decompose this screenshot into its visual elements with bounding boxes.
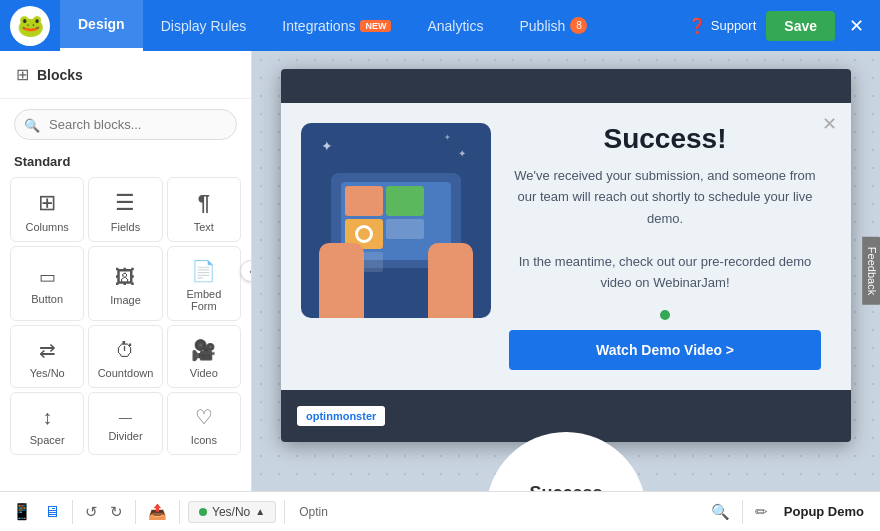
logo-circle: 🐸 bbox=[10, 6, 50, 46]
spacer-label: Spacer bbox=[30, 434, 65, 446]
search-bottom-icon[interactable]: 🔍 bbox=[707, 499, 734, 525]
embed-form-icon: 📄 bbox=[191, 259, 216, 283]
block-columns[interactable]: ⊞ Columns bbox=[10, 177, 84, 242]
blocks-grid: ⊞ Columns ☰ Fields ¶ Text ▭ Button 🖼 Ima… bbox=[0, 177, 251, 465]
bottom-sep-3 bbox=[179, 500, 180, 524]
canvas-area: ✕ bbox=[252, 51, 880, 491]
support-icon: ❓ bbox=[688, 17, 707, 35]
image-icon: 🖼 bbox=[115, 266, 135, 289]
popup-body-text: We've received your submission, and some… bbox=[509, 165, 821, 294]
device-mobile-icon[interactable]: 📱 bbox=[8, 498, 36, 525]
block-countdown[interactable]: ⏱ Countdown bbox=[88, 325, 162, 388]
tab-display-rules[interactable]: Display Rules bbox=[143, 0, 265, 51]
yes-no-label: Yes/No bbox=[30, 367, 65, 379]
bottom-sep-2 bbox=[135, 500, 136, 524]
success-circle-area: Success bbox=[252, 432, 880, 491]
bottom-bar: 📱 🖥 ↺ ↻ 📤 Yes/No ▲ Optin 🔍 ✏ Popup Demo bbox=[0, 491, 880, 531]
publish-badge: 8 bbox=[570, 17, 587, 34]
main-layout: ⊞ Blocks 🔍 Standard ⊞ Columns ☰ Fields ¶… bbox=[0, 51, 880, 491]
button-label: Button bbox=[31, 293, 63, 305]
image-label: Image bbox=[110, 294, 141, 306]
integrations-badge: NEW bbox=[360, 20, 391, 32]
tab-publish[interactable]: Publish 8 bbox=[501, 0, 605, 51]
tab-design[interactable]: Design bbox=[60, 0, 143, 51]
block-image[interactable]: 🖼 Image bbox=[88, 246, 162, 321]
block-yes-no[interactable]: ⇄ Yes/No bbox=[10, 325, 84, 388]
video-label: Video bbox=[190, 367, 218, 379]
divider-icon: ⸻ bbox=[118, 409, 133, 425]
nav-logo: 🐸 bbox=[0, 0, 60, 51]
yesno-chevron: ▲ bbox=[255, 506, 265, 517]
columns-icon: ⊞ bbox=[38, 190, 56, 216]
sidebar-title: Blocks bbox=[37, 67, 83, 83]
redo-icon[interactable]: ↻ bbox=[106, 499, 127, 525]
bottom-sep-5 bbox=[742, 500, 743, 524]
success-circle: Success bbox=[486, 432, 646, 491]
popup-illustration: ✦ ✦ ✦ bbox=[301, 123, 491, 318]
popup-text-content: Success! We've received your submission,… bbox=[509, 123, 831, 370]
embed-form-label: Embed Form bbox=[176, 288, 232, 312]
popup-title: Success! bbox=[604, 123, 727, 155]
undo-icon[interactable]: ↺ bbox=[81, 499, 102, 525]
sidebar: ⊞ Blocks 🔍 Standard ⊞ Columns ☰ Fields ¶… bbox=[0, 51, 252, 491]
green-dot bbox=[199, 508, 207, 516]
watch-demo-button[interactable]: Watch Demo Video > bbox=[509, 330, 821, 370]
popup-close-button[interactable]: ✕ bbox=[822, 113, 837, 135]
tab-analytics[interactable]: Analytics bbox=[409, 0, 501, 51]
yesno-label: Yes/No bbox=[212, 505, 250, 519]
nav-tabs: Design Display Rules Integrations NEW An… bbox=[60, 0, 688, 51]
search-icon: 🔍 bbox=[24, 117, 40, 132]
icons-icon: ♡ bbox=[195, 405, 213, 429]
block-button[interactable]: ▭ Button bbox=[10, 246, 84, 321]
text-label: Text bbox=[194, 221, 214, 233]
optin-label: Optin bbox=[293, 505, 334, 519]
edit-bottom-icon[interactable]: ✏ bbox=[751, 499, 772, 525]
online-indicator bbox=[660, 310, 670, 320]
feedback-tab[interactable]: Feedback bbox=[862, 237, 880, 305]
popup-top-bar bbox=[281, 69, 851, 103]
countdown-icon: ⏱ bbox=[115, 339, 135, 362]
tab-integrations[interactable]: Integrations NEW bbox=[264, 0, 409, 51]
bottom-sep-4 bbox=[284, 500, 285, 524]
block-icons[interactable]: ♡ Icons bbox=[167, 392, 241, 455]
blocks-icon: ⊞ bbox=[16, 65, 29, 84]
yesno-tag[interactable]: Yes/No ▲ bbox=[188, 501, 276, 523]
sidebar-header: ⊞ Blocks bbox=[0, 51, 251, 99]
device-desktop-icon[interactable]: 🖥 bbox=[40, 499, 64, 525]
block-text[interactable]: ¶ Text bbox=[167, 177, 241, 242]
yes-no-icon: ⇄ bbox=[39, 338, 56, 362]
divider-label: Divider bbox=[108, 430, 142, 442]
block-video[interactable]: 🎥 Video bbox=[167, 325, 241, 388]
section-label: Standard bbox=[0, 150, 251, 177]
icons-label: Icons bbox=[191, 434, 217, 446]
popup-container: ✕ bbox=[281, 69, 851, 442]
popup-body: ✕ bbox=[281, 103, 851, 390]
spacer-icon: ↕ bbox=[42, 406, 52, 429]
save-button[interactable]: Save bbox=[766, 11, 835, 41]
close-icon[interactable]: ✕ bbox=[845, 15, 868, 37]
success-text: Success bbox=[529, 483, 602, 491]
optinmonster-logo: optinmonster bbox=[297, 406, 385, 426]
fields-icon: ☰ bbox=[115, 190, 135, 216]
fields-label: Fields bbox=[111, 221, 140, 233]
bottom-sep-1 bbox=[72, 500, 73, 524]
popup-demo-label: Popup Demo bbox=[776, 504, 872, 519]
columns-label: Columns bbox=[25, 221, 68, 233]
button-icon: ▭ bbox=[39, 266, 56, 288]
support-button[interactable]: ❓ Support bbox=[688, 17, 757, 35]
block-fields[interactable]: ☰ Fields bbox=[88, 177, 162, 242]
block-divider[interactable]: ⸻ Divider bbox=[88, 392, 162, 455]
upload-icon[interactable]: 📤 bbox=[144, 499, 171, 525]
countdown-label: Countdown bbox=[98, 367, 154, 379]
video-icon: 🎥 bbox=[191, 338, 216, 362]
text-icon: ¶ bbox=[198, 190, 210, 216]
search-wrapper: 🔍 bbox=[0, 99, 251, 150]
top-nav: 🐸 Design Display Rules Integrations NEW … bbox=[0, 0, 880, 51]
block-embed-form[interactable]: 📄 Embed Form bbox=[167, 246, 241, 321]
nav-right: ❓ Support Save ✕ bbox=[688, 11, 880, 41]
search-input[interactable] bbox=[14, 109, 237, 140]
block-spacer[interactable]: ↕ Spacer bbox=[10, 392, 84, 455]
